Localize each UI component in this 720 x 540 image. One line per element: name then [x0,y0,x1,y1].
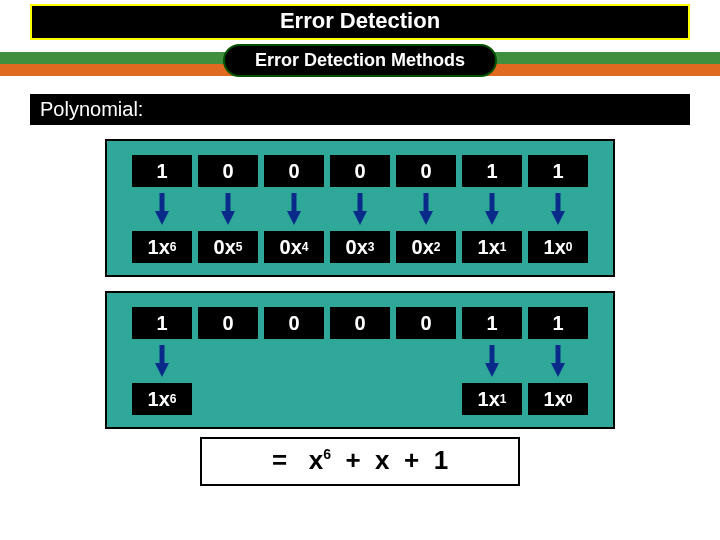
down-arrow-icon [132,343,192,377]
panel-bits-to-terms: 1000011 1x60x50x40x30x21x11x0 [105,139,615,277]
result-plus-2: + [404,445,419,475]
down-arrow-icon [132,191,192,225]
svg-marker-15 [155,363,169,377]
bit-cell: 0 [198,155,258,187]
term-cell: 1x1 [462,231,522,263]
bit-cell: 1 [462,155,522,187]
arrow-row-2 [117,343,603,377]
svg-marker-11 [485,211,499,225]
svg-marker-5 [287,211,301,225]
result-x1: x [375,445,389,475]
term-cell: 0x4 [264,231,324,263]
term-cell: 1x0 [528,231,588,263]
polynomial-label-bar: Polynomial: [30,94,690,125]
down-arrow-icon [396,191,456,225]
slide-title: Error Detection [280,8,440,33]
term-cell-kept: 1x6 [132,383,192,415]
stripe-header: Error Detection Methods [0,46,720,86]
bit-cell: 1 [132,307,192,339]
bit-cell: 0 [396,155,456,187]
terms-row-kept: 1x60x50x40x30x21x11x0 [117,383,603,415]
result-box: = x6 + x + 1 [200,437,520,486]
svg-marker-9 [419,211,433,225]
svg-marker-25 [485,363,499,377]
term-cell-kept: 1x1 [462,383,522,415]
result-eq: = [272,445,287,475]
down-arrow-icon [198,191,258,225]
svg-marker-13 [551,211,565,225]
subtitle-pill: Error Detection Methods [223,44,497,77]
svg-marker-27 [551,363,565,377]
bit-cell: 1 [528,155,588,187]
down-arrow-icon [462,343,522,377]
term-cell: 0x3 [330,231,390,263]
down-arrow-icon [264,191,324,225]
bit-cell: 0 [264,155,324,187]
bit-cell: 0 [396,307,456,339]
down-arrow-icon [462,191,522,225]
svg-marker-1 [155,211,169,225]
down-arrow-icon [528,343,588,377]
terms-row-full: 1x60x50x40x30x21x11x0 [117,231,603,263]
bit-cell: 0 [330,307,390,339]
bit-cell: 1 [132,155,192,187]
term-cell: 0x2 [396,231,456,263]
result-x6: x6 [309,445,331,475]
result-one: 1 [434,445,448,475]
bit-cell: 0 [330,155,390,187]
bit-cell: 0 [198,307,258,339]
down-arrow-icon [528,191,588,225]
result-plus-1: + [345,445,360,475]
arrow-row-1 [117,191,603,225]
down-arrow-icon [330,191,390,225]
bit-cell: 0 [264,307,324,339]
term-cell-kept: 1x0 [528,383,588,415]
bit-cell: 1 [462,307,522,339]
bit-cell: 1 [528,307,588,339]
bits-row-1: 1000011 [117,155,603,187]
polynomial-label: Polynomial: [40,98,143,120]
svg-marker-3 [221,211,235,225]
subtitle-text: Error Detection Methods [255,50,465,70]
bits-row-2: 1000011 [117,307,603,339]
term-cell: 1x6 [132,231,192,263]
slide-title-box: Error Detection [30,4,690,40]
panel-bits-to-kept: 1000011 1x60x50x40x30x21x11x0 [105,291,615,429]
svg-marker-7 [353,211,367,225]
term-cell: 0x5 [198,231,258,263]
